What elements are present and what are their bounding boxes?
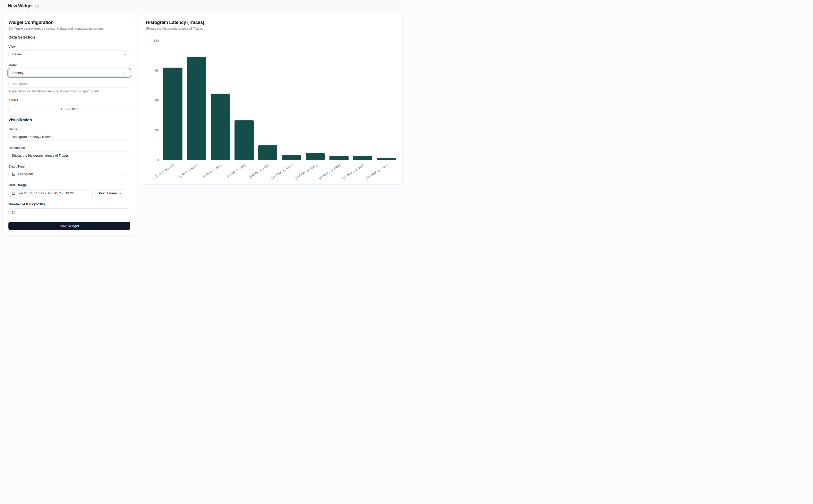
y-axis-tick-label: 30 [146,128,159,132]
histogram-bar [353,156,372,160]
section-heading-visualization: Visualization [8,118,130,122]
chart-plot: 0306090120[1.162K, 2.807K][2.807K, 4.804… [146,39,397,182]
view-label: View [8,45,130,48]
add-filter-label: Add filter [65,107,78,111]
histogram-bar [211,94,230,160]
chevron-down-icon [123,82,127,86]
chart-subtitle: Shows the histogram latency of Traces [146,27,397,30]
page-header: New Widget [0,0,406,12]
section-heading-data-selection: Data Selection [8,35,130,40]
x-axis-tick-label: [2.807K, 4.804K] [160,163,198,190]
metric-select-value: Latency [12,71,123,75]
chevron-down-icon [123,71,127,75]
aggregation-select: Histogram [8,80,130,88]
x-axis-tick-label: [1.162K, 2.807K] [136,163,175,190]
calendar-icon [12,191,15,195]
date-range-label: Date Range [8,183,130,187]
metric-select[interactable]: Latency [8,69,130,77]
column-chart-icon [12,172,16,176]
aggregation-note: Aggregation is automatically set to "his… [8,90,130,93]
y-axis-tick-label: 0 [146,158,159,162]
date-range-button[interactable]: Jun 23, 25 : 13:22 - Jun 30, 25 : 13:22 [8,189,93,197]
aggregation-select-value: Histogram [12,82,123,86]
metric-label: Metric [8,63,130,67]
histogram-bar [377,158,396,160]
name-label: Name [8,127,130,131]
chevron-down-icon [123,53,127,56]
plus-icon [60,107,63,110]
date-preset-value: Past 7 days [98,191,117,195]
add-filter-button[interactable]: Add filter [8,106,130,112]
description-input[interactable] [8,152,130,159]
date-range-value: Jun 23, 25 : 13:22 - Jun 30, 25 : 13:22 [18,191,74,195]
panel-title: Widget Configuration [8,20,130,25]
histogram-bar [282,155,301,160]
y-axis-tick-label: 120 [146,39,159,43]
info-icon[interactable] [35,4,39,8]
x-axis-tick-label: [20.756K, 22.148K] [350,163,388,190]
x-axis-tick-label: [13.079K, 14.626K] [279,163,317,190]
chevron-down-icon [123,172,127,176]
x-axis-tick-label: [7.199K, 9.433K] [208,163,246,190]
x-axis-tick-label: [17.366K, 20.756K] [326,163,365,190]
bins-input[interactable] [8,208,130,216]
histogram-bar [163,68,182,160]
bins-label: Number of Bins (1-100) [8,202,130,206]
chart-type-select[interactable]: Histogram [8,170,130,178]
histogram-bar [187,57,206,160]
histogram-bar [329,156,348,160]
chart-type-label: Chart Type [8,165,130,168]
description-label: Description [8,146,130,150]
x-axis-tick-label: [4.804K, 7.199K] [184,163,222,190]
page-title: New Widget [8,3,33,9]
histogram-bar [234,120,254,160]
chart-preview-panel: Histogram Latency (Traces) Shows the his… [140,15,403,185]
x-axis-tick-label: [9.433K, 11.378K] [231,163,270,190]
y-axis-tick-label: 60 [146,98,159,103]
name-input[interactable] [8,133,130,141]
view-select[interactable]: Traces [8,50,130,58]
save-widget-button[interactable]: Save Widget [8,222,130,230]
histogram-bar [306,153,325,160]
filters-label: Filters [8,98,130,102]
date-preset-select[interactable]: Past 7 days [95,189,125,197]
histogram-bar [258,145,277,160]
y-axis-tick-label: 90 [146,69,159,73]
chart-type-value: Histogram [18,172,123,176]
widget-configuration-panel: Widget Configuration Configure your widg… [3,15,136,235]
x-axis-tick-label: [14.626K, 17.366K] [303,163,341,190]
view-select-value: Traces [12,52,123,56]
panel-subtitle: Configure your widget by selecting data … [8,27,130,30]
x-axis-tick-label: [11.378K, 13.079K] [255,163,293,190]
chevron-down-icon [119,192,122,195]
chart-title: Histogram Latency (Traces) [146,20,397,25]
date-range-row: Jun 23, 25 : 13:22 - Jun 30, 25 : 13:22 … [8,189,130,197]
